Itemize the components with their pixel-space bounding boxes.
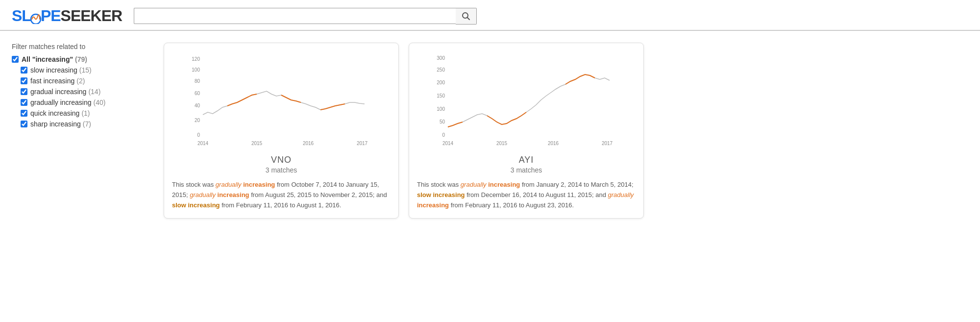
filter-title: Filter matches related to — [12, 43, 152, 50]
slow-increasing-text: slow increasing — [172, 201, 220, 209]
svg-text:2017: 2017 — [357, 141, 368, 146]
card-ticker-vno: VNO — [271, 155, 292, 165]
gradually-text: gradually — [190, 191, 216, 198]
svg-text:60: 60 — [195, 91, 200, 96]
vno-chart-svg: 0 20 40 60 80 100 120 2014 2015 2016 201… — [172, 51, 391, 149]
svg-text:20: 20 — [195, 118, 200, 123]
svg-text:2015: 2015 — [251, 141, 263, 146]
svg-line-2 — [467, 17, 470, 20]
svg-text:300: 300 — [437, 55, 445, 61]
svg-text:2015: 2015 — [496, 141, 508, 146]
filter-checkbox-slow[interactable] — [21, 67, 27, 74]
filter-checkbox-sharp[interactable] — [21, 121, 27, 127]
filter-checkbox-gradually[interactable] — [21, 99, 27, 106]
filter-list: All "increasing" (79)slow increasing (15… — [12, 55, 152, 128]
filter-label-all: All "increasing" — [22, 55, 73, 63]
filter-count-gradually: (40) — [94, 99, 106, 106]
svg-text:0: 0 — [442, 132, 445, 138]
svg-text:2016: 2016 — [303, 141, 314, 146]
logo-pe: PE — [41, 7, 61, 25]
gradually-text: gradually — [461, 181, 487, 188]
svg-text:250: 250 — [437, 67, 445, 73]
logo-seeker: SEEKER — [61, 7, 122, 25]
card-desc-ayi: This stock was gradually increasing from… — [417, 180, 636, 210]
svg-text:120: 120 — [192, 56, 200, 62]
logo-slope: SL — [12, 7, 31, 25]
increasing-bold-text: increasing — [216, 191, 249, 198]
svg-text:150: 150 — [437, 93, 445, 99]
filter-item-gradual: gradual increasing (14) — [12, 88, 152, 96]
filter-label-fast: fast increasing — [30, 77, 74, 85]
filter-checkbox-quick[interactable] — [21, 110, 27, 117]
svg-text:40: 40 — [195, 103, 200, 108]
normal-text: from February 11, 2016 to August 23, 201… — [449, 201, 574, 209]
increasing-bold-text: increasing — [242, 181, 275, 188]
search-bar — [134, 8, 477, 25]
filter-checkbox-all[interactable] — [12, 56, 19, 63]
card-ayi: 0 50 100 150 200 250 300 2014 2015 2016 … — [409, 43, 644, 219]
filter-count-quick: (1) — [81, 109, 90, 117]
svg-text:200: 200 — [437, 80, 445, 85]
svg-text:50: 50 — [440, 119, 445, 124]
svg-text:100: 100 — [192, 67, 200, 73]
filter-label-quick: quick increasing — [30, 109, 79, 117]
filter-count-sharp: (7) — [83, 120, 91, 128]
svg-text:100: 100 — [437, 106, 445, 112]
svg-text:2016: 2016 — [548, 141, 559, 146]
svg-text:2014: 2014 — [442, 141, 454, 146]
filter-label-sharp: sharp increasing — [30, 120, 81, 128]
normal-text: This stock was — [172, 181, 216, 188]
sidebar: Filter matches related to All "increasin… — [12, 43, 164, 219]
filter-label-slow: slow increasing — [30, 66, 77, 74]
card-vno: 0 20 40 60 80 100 120 2014 2015 2016 201… — [164, 43, 399, 219]
normal-text: from August 25, 2015 to November 2, 2015… — [249, 191, 387, 198]
svg-text:2014: 2014 — [197, 141, 209, 146]
normal-text: from February 11, 2016 to August 1, 2016… — [220, 201, 342, 209]
results-area: 0 20 40 60 80 100 120 2014 2015 2016 201… — [164, 43, 968, 219]
filter-count-gradual: (14) — [88, 88, 100, 96]
card-matches-vno: 3 matches — [266, 166, 297, 174]
filter-item-fast: fast increasing (2) — [12, 77, 152, 85]
ayi-chart-svg: 0 50 100 150 200 250 300 2014 2015 2016 … — [417, 51, 636, 149]
chart-ayi: 0 50 100 150 200 250 300 2014 2015 2016 … — [417, 51, 636, 149]
filter-count-slow: (15) — [79, 66, 92, 74]
card-desc-vno: This stock was gradually increasing from… — [172, 180, 391, 210]
search-button[interactable] — [456, 8, 477, 25]
main-layout: Filter matches related to All "increasin… — [0, 31, 980, 230]
search-input[interactable] — [134, 8, 456, 24]
filter-item-slow: slow increasing (15) — [12, 66, 152, 74]
header: SL PESEEKER — [0, 0, 980, 31]
search-icon — [462, 12, 470, 21]
filter-count-fast: (2) — [76, 77, 85, 85]
filter-item-quick: quick increasing (1) — [12, 109, 152, 117]
filter-checkbox-gradual[interactable] — [21, 88, 27, 95]
logo: SL PESEEKER — [12, 7, 122, 25]
filter-count-all: (79) — [75, 55, 87, 63]
svg-text:2017: 2017 — [602, 141, 613, 146]
card-matches-ayi: 3 matches — [511, 166, 542, 174]
increasing-bold-text: increasing — [487, 181, 520, 188]
svg-text:80: 80 — [195, 78, 200, 84]
increasing-bold-text: increasing — [417, 201, 449, 209]
filter-label-gradually: gradually increasing — [30, 99, 92, 106]
svg-text:0: 0 — [197, 132, 200, 138]
normal-text: This stock was — [417, 181, 461, 188]
filter-item-gradually: gradually increasing (40) — [12, 99, 152, 106]
normal-text: from December 16, 2014 to August 11, 201… — [465, 191, 608, 198]
card-ticker-ayi: AYI — [519, 155, 534, 165]
filter-checkbox-fast[interactable] — [21, 77, 27, 84]
filter-item-all: All "increasing" (79) — [12, 55, 152, 63]
filter-item-sharp: sharp increasing (7) — [12, 120, 152, 128]
filter-label-gradual: gradual increasing — [30, 88, 86, 96]
slow-increasing-text: slow increasing — [417, 191, 465, 198]
gradually-text: gradually — [216, 181, 242, 188]
chart-vno: 0 20 40 60 80 100 120 2014 2015 2016 201… — [172, 51, 391, 149]
gradually-text: gradually — [608, 191, 634, 198]
normal-text: from January 2, 2014 to March 5, 2014; — [520, 181, 633, 188]
